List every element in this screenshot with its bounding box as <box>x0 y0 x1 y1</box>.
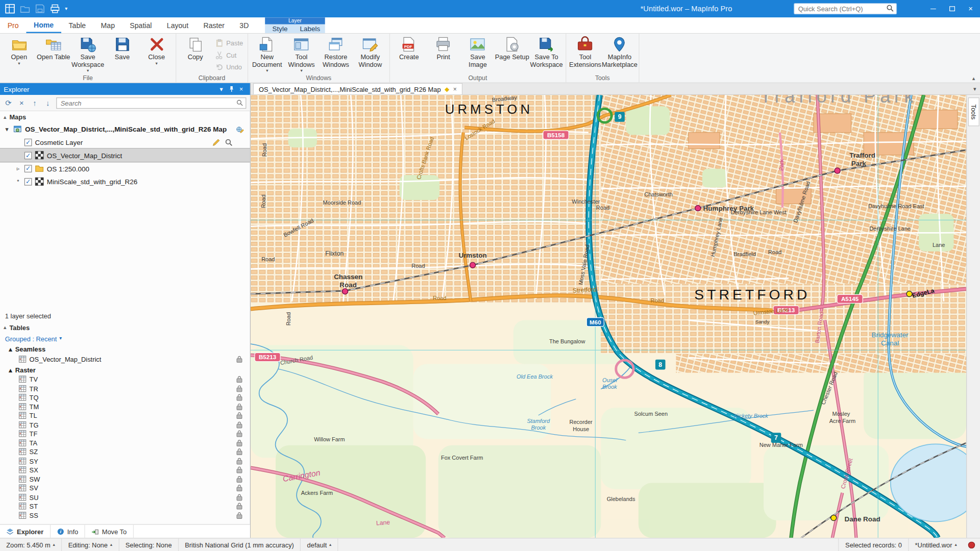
ribbon-tab-style[interactable]: Style <box>265 24 295 33</box>
table-item-ta[interactable]: TA <box>0 438 250 447</box>
tables-grouping-selector[interactable]: Grouped : Recent▾ <box>0 333 250 344</box>
save-to-workspace-button[interactable]: Save To Workspace <box>529 34 564 74</box>
clear-icon[interactable]: × <box>17 98 26 107</box>
tab-list-icon[interactable]: ▾ <box>973 86 976 92</box>
ribbon-tab-home[interactable]: Home <box>26 17 61 33</box>
table-group-seamless[interactable]: ▴Seamless <box>0 343 250 354</box>
open-button[interactable]: Open▾ <box>2 34 36 74</box>
save-image-button[interactable]: Save Image <box>460 34 495 74</box>
panel-tab-explorer[interactable]: Explorer <box>0 525 51 538</box>
status-zoom[interactable]: Zoom: 5.450 m▴ <box>0 539 62 551</box>
print-button[interactable]: Print <box>426 34 460 74</box>
explorer-search-input[interactable] <box>59 98 236 107</box>
table-item-tv[interactable]: TV <box>0 375 250 384</box>
page-setup-button[interactable]: Page Setup <box>495 34 529 74</box>
tab-close-icon[interactable]: × <box>453 86 457 92</box>
status-british-national-grid-1-mm-accuracy[interactable]: British National Grid (1 mm accuracy) <box>179 539 301 551</box>
table-item-sw[interactable]: SW <box>0 474 250 484</box>
layer-item-os-vector-map-district[interactable]: ✓OS_Vector_Map_District <box>0 148 250 162</box>
table-item-tm[interactable]: TM <box>0 402 250 411</box>
copy-button[interactable]: Copy <box>178 34 212 74</box>
qat-customize-icon[interactable]: ▾ <box>65 4 75 14</box>
status-untitled-wor[interactable]: *Untitled.wor▴ <box>908 539 963 551</box>
tables-section-header[interactable]: ▴Tables <box>0 322 250 333</box>
table-item-tg[interactable]: TG <box>0 420 250 429</box>
layer-item-os-1-250-000[interactable]: ▹✓OS 1:250.000 <box>0 162 250 175</box>
table-item-tf[interactable]: TF <box>0 429 250 438</box>
save-workspace-button[interactable]: Save Workspace▾ <box>70 34 105 74</box>
explorer-search-box[interactable] <box>56 97 246 108</box>
status-selected-records[interactable]: Selected records: 0 <box>839 539 908 551</box>
maximize-button[interactable] <box>943 0 962 17</box>
tools-side-tab[interactable]: Tools <box>968 97 979 126</box>
quick-search-input[interactable] <box>797 5 886 13</box>
status-selecting[interactable]: Selecting: None <box>119 539 179 551</box>
map-window-tab[interactable]: OS_Vector_Map_District,...,MiniScale_std… <box>253 83 462 94</box>
search-icon[interactable] <box>886 3 894 14</box>
minimize-button[interactable]: ─ <box>924 0 943 17</box>
save-icon[interactable] <box>35 4 45 14</box>
layer-checkbox[interactable]: ✓ <box>24 152 32 159</box>
zoom-icon[interactable] <box>225 138 233 146</box>
ribbon-tab-layout[interactable]: Layout <box>159 17 196 33</box>
ribbon-tab-3d[interactable]: 3D <box>232 17 256 33</box>
close-button[interactable]: × <box>961 0 980 17</box>
move-up-icon[interactable]: ↑ <box>30 98 39 107</box>
app-logo-icon[interactable] <box>5 4 15 14</box>
expander-icon[interactable]: ▾ <box>4 126 10 132</box>
ribbon-tab-map[interactable]: Map <box>93 17 122 33</box>
table-item-tl[interactable]: TL <box>0 411 250 420</box>
ribbon-tab-table[interactable]: Table <box>61 17 93 33</box>
table-group-raster[interactable]: ▴Raster <box>0 364 250 375</box>
table-item-sx[interactable]: SX <box>0 465 250 474</box>
layer-item-cosmetic-layer[interactable]: ✓Cosmetic Layer <box>0 136 250 149</box>
tool-extensions-button[interactable]: Tool Extensions <box>568 34 602 74</box>
ribbon-tab-spatial[interactable]: Spatial <box>122 17 159 33</box>
table-item-os-vector-map-district[interactable]: OS_Vector_Map_District <box>0 354 250 364</box>
restore-windows-button[interactable]: Restore Windows <box>318 34 353 74</box>
modify-window-button[interactable]: Modify Window <box>353 34 387 74</box>
print-icon[interactable] <box>50 4 60 14</box>
panel-tab-info[interactable]: iInfo <box>51 525 85 538</box>
table-item-sy[interactable]: SY <box>0 456 250 465</box>
pin-icon[interactable] <box>226 83 236 95</box>
map-image[interactable]: 987B5158B5213B5213A5145M60Trafford ParkU… <box>251 95 966 538</box>
refresh-icon[interactable]: ⟳ <box>4 98 13 107</box>
panel-tab-move-to[interactable]: Move To <box>85 525 134 538</box>
save-button[interactable]: Save <box>105 34 139 74</box>
table-item-sv[interactable]: SV <box>0 484 250 493</box>
status-default[interactable]: default▴ <box>301 539 338 551</box>
panel-menu-icon[interactable]: ▾ <box>216 83 227 95</box>
pencil-icon[interactable] <box>212 138 220 146</box>
ribbon-tab-raster[interactable]: Raster <box>196 17 232 33</box>
close-button[interactable]: Close▾ <box>139 34 174 74</box>
table-item-tr[interactable]: TR <box>0 384 250 393</box>
map-tree-root[interactable]: ▾OS_Vector_Map_District,...,MiniScale_st… <box>0 122 250 136</box>
map-canvas[interactable]: 987B5158B5213B5213A5145M60Trafford ParkU… <box>251 95 966 538</box>
open-icon[interactable] <box>20 4 30 14</box>
ribbon-collapse-icon[interactable]: ▴ <box>972 75 975 81</box>
expander-icon[interactable]: ▹ <box>15 165 21 171</box>
panel-close-icon[interactable]: × <box>236 83 247 95</box>
ribbon-tab-pro[interactable]: Pro <box>0 17 26 33</box>
table-item-sz[interactable]: SZ <box>0 447 250 457</box>
ribbon-tab-labels[interactable]: Labels <box>295 24 325 33</box>
move-down-icon[interactable]: ↓ <box>43 98 52 107</box>
quick-search-box[interactable] <box>794 3 897 14</box>
table-item-ss[interactable]: SS <box>0 511 250 520</box>
layer-checkbox[interactable]: ✓ <box>24 178 32 185</box>
table-item-st[interactable]: ST <box>0 502 250 511</box>
status-editing[interactable]: Editing: None▴ <box>62 539 119 551</box>
mapinfo-marketplace-button[interactable]: MapInfo Marketplace <box>602 34 636 74</box>
create-button[interactable]: PDFCreate <box>392 34 426 74</box>
globe-edit-icon[interactable] <box>236 126 244 133</box>
open-table-button[interactable]: Open Table <box>36 34 70 74</box>
layer-checkbox[interactable]: ✓ <box>24 138 32 146</box>
tool-windows-button[interactable]: Tool Windows▾ <box>284 34 318 74</box>
layer-checkbox[interactable]: ✓ <box>24 165 32 172</box>
maps-section-header[interactable]: ▴Maps <box>0 111 250 122</box>
table-item-su[interactable]: SU <box>0 493 250 502</box>
table-item-tq[interactable]: TQ <box>0 393 250 402</box>
new-document-button[interactable]: New Document▾ <box>250 34 284 74</box>
layer-item-miniscale-std-with-grid-r26[interactable]: *✓MiniScale_std_with_grid_R26 <box>0 175 250 188</box>
